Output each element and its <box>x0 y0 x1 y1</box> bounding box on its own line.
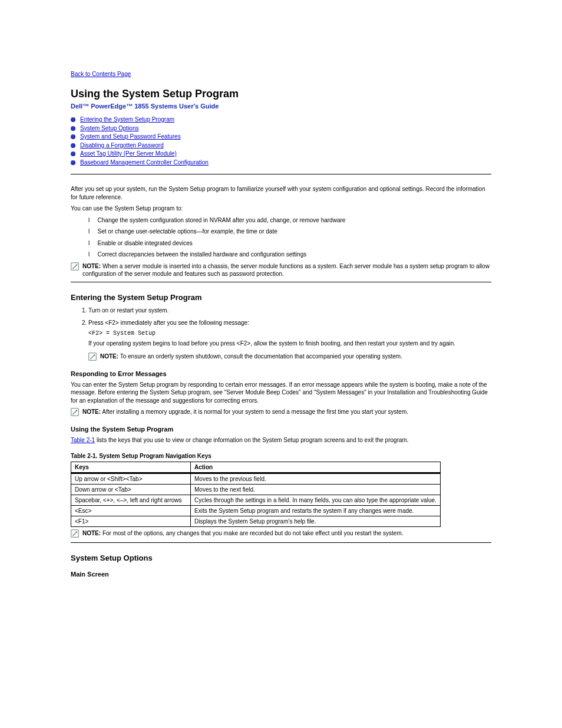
table-header-action: Action <box>191 462 441 473</box>
note-text: When a server module is inserted into a … <box>82 263 490 278</box>
table-cell-keys: Down arrow or <Tab> <box>71 484 191 495</box>
intro-paragraph-2: You can use the System Setup program to: <box>71 205 491 213</box>
note-3: NOTE: After installing a memory upgrade,… <box>71 408 491 417</box>
table-cell-action: Exits the System Setup program and resta… <box>191 505 441 516</box>
table-cell-action: Cycles through the settings in a field. … <box>191 495 441 505</box>
note-label: NOTE: <box>82 263 101 269</box>
table-header-keys: Keys <box>71 462 191 473</box>
using-paragraph: Table 2-1 lists the keys that you use to… <box>71 436 491 444</box>
step-2-code: <F2> = System Setup <box>88 330 491 338</box>
table-cell-keys: Up arrow or <Shift><Tab> <box>71 473 191 484</box>
table-row: <Esc> Exits the System Setup program and… <box>71 505 441 516</box>
table-header-row: Keys Action <box>71 462 441 473</box>
toc-link-bmc[interactable]: Baseboard Management Controller Configur… <box>80 159 209 166</box>
intro-bullet-3: l Enable or disable integrated devices <box>88 239 491 248</box>
note-label: NOTE: <box>100 353 118 360</box>
steps-list: Turn on or restart your system. Press <F… <box>71 307 491 348</box>
step-1: Turn on or restart your system. <box>88 307 491 315</box>
note-1: NOTE: When a server module is inserted i… <box>71 262 491 278</box>
toc-link-password[interactable]: System and Setup Password Features <box>80 133 181 140</box>
intro-bullet-4: l Correct discrepancies between the inst… <box>88 251 491 259</box>
table-cell-keys: <F1> <box>71 516 191 526</box>
toc-list: Entering the System Setup Program System… <box>71 116 491 167</box>
note-label: NOTE: <box>82 409 101 415</box>
divider <box>71 282 491 282</box>
table-cell-keys: <Esc> <box>71 505 191 516</box>
heading-entering: Entering the System Setup Program <box>71 293 491 302</box>
page-title: Using the System Setup Program <box>71 88 491 100</box>
pencil-icon <box>71 408 79 417</box>
intro-bullet-2: l Set or change user-selectable options—… <box>88 228 491 236</box>
toc-link-options[interactable]: System Setup Options <box>80 125 139 131</box>
note-text: After installing a memory upgrade, it is… <box>102 409 408 415</box>
heading-options: System Setup Options <box>71 554 491 562</box>
note-label: NOTE: <box>82 530 101 536</box>
table-cell-keys: Spacebar, <+>, <–>, left and right arrow… <box>71 495 191 505</box>
nav-keys-table: Keys Action Up arrow or <Shift><Tab> Mov… <box>71 462 441 527</box>
table-2-1-link[interactable]: Table 2-1 <box>71 437 95 443</box>
note-2: NOTE: To ensure an orderly system shutdo… <box>88 353 491 362</box>
note-4: NOTE: For most of the options, any chang… <box>71 529 491 539</box>
page-subtitle: Dell™ PowerEdge™ 1855 Systems User's Gui… <box>71 103 491 110</box>
note-text: For most of the options, any changes tha… <box>103 530 404 536</box>
table-cell-action: Moves to the previous field. <box>191 473 441 484</box>
intro-bullet-1: l Change the system configuration stored… <box>88 216 491 225</box>
divider <box>71 174 491 174</box>
pencil-icon <box>71 529 79 539</box>
pencil-icon <box>71 262 79 272</box>
toc-link-disabling[interactable]: Disabling a Forgotten Password <box>80 142 164 149</box>
table-cell-action: Moves to the next field. <box>191 484 441 495</box>
responding-paragraph: You can enter the System Setup program b… <box>71 381 491 405</box>
back-to-contents-link[interactable]: Back to Contents Page <box>71 71 131 77</box>
table-row: <F1> Displays the System Setup program's… <box>71 516 441 526</box>
toc-link-asset[interactable]: Asset Tag Utility (Per Server Module) <box>80 150 177 157</box>
pencil-icon <box>88 353 97 362</box>
heading-using: Using the System Setup Program <box>71 426 491 433</box>
heading-responding: Responding to Error Messages <box>71 370 491 377</box>
table-row: Down arrow or <Tab> Moves to the next fi… <box>71 484 441 495</box>
intro-paragraph-1: After you set up your system, run the Sy… <box>71 185 491 201</box>
toc-link-entering[interactable]: Entering the System Setup Program <box>80 116 174 123</box>
step-2-followup: If your operating system begins to load … <box>88 340 491 348</box>
heading-main-screen: Main Screen <box>71 571 491 578</box>
divider <box>71 542 491 543</box>
table-caption: Table 2-1. System Setup Program Navigati… <box>71 453 491 459</box>
step-2: Press <F2> immediately after you see the… <box>88 319 491 348</box>
table-cell-action: Displays the System Setup program's help… <box>191 516 441 526</box>
table-row: Up arrow or <Shift><Tab> Moves to the pr… <box>71 473 441 484</box>
table-row: Spacebar, <+>, <–>, left and right arrow… <box>71 495 441 505</box>
note-text: To ensure an orderly system shutdown, co… <box>120 353 402 360</box>
